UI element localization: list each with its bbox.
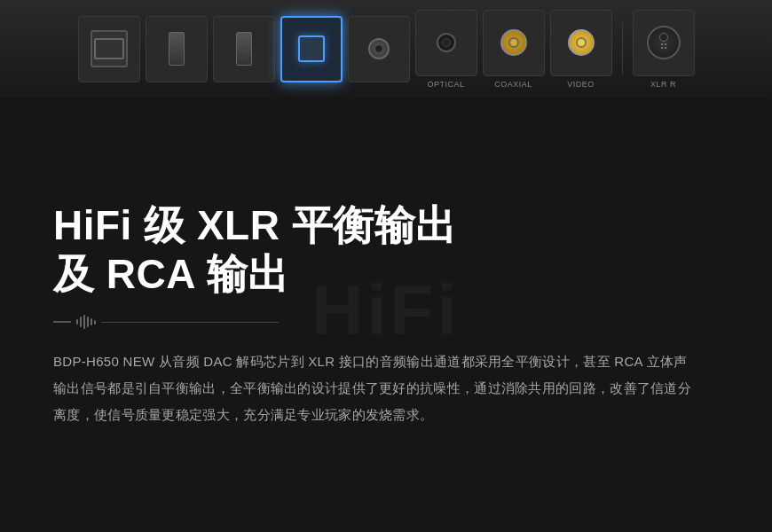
usb-a2-port-box[interactable]: [213, 16, 275, 82]
usb-a1-icon: [169, 32, 185, 66]
connector-video[interactable]: VIDEO: [550, 10, 612, 89]
main-content-section: HiFi HiFi 级 XLR 平衡输出 及 RCA 输出 BDP-H650 N…: [0, 98, 772, 532]
divider-wave: [76, 315, 96, 329]
usb-a2-icon: [236, 32, 252, 66]
usb-a1-port-box[interactable]: [146, 16, 208, 82]
main-title: HiFi 级 XLR 平衡输出 及 RCA 输出: [53, 201, 719, 299]
video-port-box[interactable]: [550, 10, 612, 76]
connector-usb-a2[interactable]: [213, 16, 275, 82]
wave-bar-4: [87, 317, 89, 327]
ethernet-port-box[interactable]: [78, 16, 140, 82]
divider-dash-left: [53, 321, 71, 323]
section-divider: [53, 315, 719, 329]
coaxial-icon: [500, 29, 527, 56]
connector-usb-b[interactable]: [280, 16, 343, 82]
wave-bar-6: [94, 320, 96, 325]
xlr-r-label: XLR R: [650, 80, 676, 89]
panel-separator: [622, 22, 623, 75]
connector-optical[interactable]: OPTICAL: [415, 10, 477, 89]
connectors-row: OPTICAL COAXIAL VIDEO: [51, 10, 721, 89]
wave-bar-2: [80, 317, 82, 327]
trigger-port-box[interactable]: [348, 16, 410, 82]
optical-icon: [437, 33, 456, 52]
connector-usb-a1[interactable]: [146, 16, 208, 82]
video-icon: [568, 29, 595, 56]
coaxial-label: COAXIAL: [494, 80, 532, 89]
optical-port-box[interactable]: [415, 10, 477, 76]
connector-ethernet[interactable]: [78, 16, 140, 82]
coaxial-port-box[interactable]: [483, 10, 545, 76]
ethernet-icon: [91, 30, 128, 67]
title-line2: 及 RCA 输出: [53, 251, 289, 297]
video-label: VIDEO: [567, 80, 595, 89]
optical-label: OPTICAL: [427, 80, 464, 89]
connector-trigger[interactable]: [348, 16, 410, 82]
wave-bar-5: [91, 318, 92, 325]
title-line1: HiFi 级 XLR 平衡输出: [53, 202, 457, 248]
xlr-r-icon: [647, 26, 681, 59]
wave-bar-1: [76, 319, 78, 325]
divider-long-line: [101, 322, 279, 323]
connector-coaxial[interactable]: COAXIAL: [483, 10, 545, 89]
description-text: BDP-H650 NEW 从音频 DAC 解码芯片到 XLR 接口的音频输出通道…: [53, 348, 692, 428]
usb-b-port-box[interactable]: [280, 16, 343, 82]
xlr-r-port-box[interactable]: [633, 10, 695, 76]
connector-xlr-r[interactable]: XLR R: [633, 10, 695, 89]
usb-b-icon: [298, 35, 325, 62]
connector-panel: OPTICAL COAXIAL VIDEO: [0, 0, 772, 98]
trigger-icon: [368, 38, 390, 59]
wave-bar-3: [83, 315, 85, 329]
content-wrapper: HiFi 级 XLR 平衡输出 及 RCA 输出 BDP-H650 NEW 从音…: [53, 201, 719, 428]
